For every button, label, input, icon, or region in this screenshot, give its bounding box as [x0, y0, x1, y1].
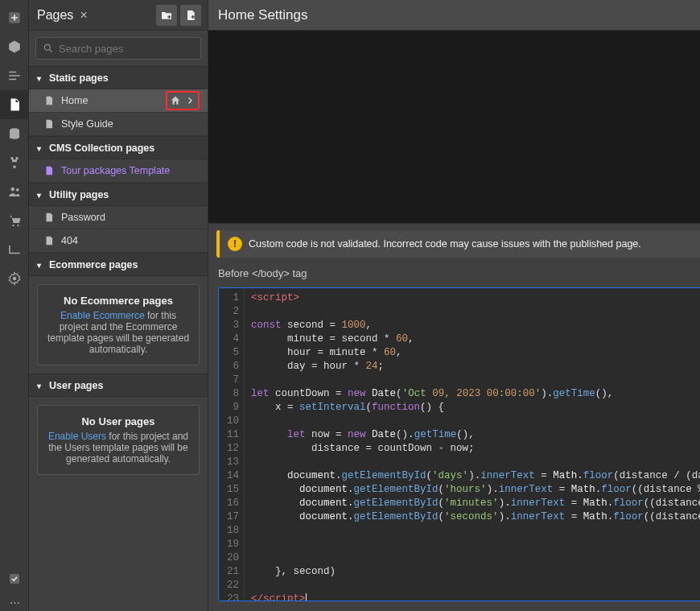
svg-point-8	[13, 277, 17, 281]
page-item-404[interactable]: 404	[29, 229, 208, 253]
preview-area	[208, 31, 700, 224]
settings-icon[interactable]	[0, 264, 29, 293]
warning-icon: !	[228, 237, 242, 251]
panel-title: Pages	[37, 8, 73, 23]
settings-title: Home Settings	[218, 7, 700, 23]
search-field[interactable]	[59, 43, 194, 55]
left-rail: ⋯	[0, 0, 29, 611]
page-item-style-guide[interactable]: Style Guide	[29, 113, 208, 136]
cms-icon[interactable]	[0, 119, 29, 148]
svg-rect-7	[10, 244, 22, 253]
page-icon	[43, 95, 55, 106]
enable-ecommerce-link[interactable]: Enable Ecommerce	[60, 310, 145, 321]
svg-point-3	[16, 188, 19, 192]
new-folder-button[interactable]	[156, 5, 177, 26]
enable-users-link[interactable]: Enable Users	[48, 431, 106, 442]
assets-icon[interactable]	[0, 235, 29, 264]
section-utility[interactable]: Utility pages	[29, 183, 208, 206]
logic-icon[interactable]	[0, 148, 29, 177]
settings-panel: Home Settings Close Save ! Custom code i…	[208, 0, 700, 611]
section-cms[interactable]: CMS Collection pages	[29, 136, 208, 159]
navigator-icon[interactable]	[0, 61, 29, 90]
section-static[interactable]: Static pages	[29, 66, 208, 89]
components-icon[interactable]	[0, 32, 29, 61]
new-page-button[interactable]	[180, 5, 201, 26]
section-user[interactable]: User pages	[29, 374, 208, 397]
line-gutter: 1234567891011121314151617181920212223	[219, 288, 245, 601]
page-item-password[interactable]: Password	[29, 206, 208, 229]
add-element-icon[interactable]	[0, 3, 29, 32]
page-icon	[43, 212, 55, 223]
page-item-home[interactable]: Home	[29, 89, 208, 113]
search-icon	[43, 43, 54, 54]
page-item-tour-template[interactable]: Tour packages Template	[29, 159, 208, 183]
pages-panel: Pages × Static pages Home St	[29, 0, 208, 611]
highlighted-controls	[166, 91, 200, 110]
code-section-label: Before </body> tag	[208, 264, 700, 283]
help-icon[interactable]: ⋯	[0, 593, 29, 611]
svg-point-10	[44, 44, 50, 50]
ecommerce-empty: No Ecommerce pages Enable Ecommerce for …	[37, 284, 200, 365]
close-icon[interactable]: ×	[80, 8, 87, 23]
svg-point-5	[17, 225, 19, 226]
page-icon	[43, 235, 55, 246]
svg-rect-9	[10, 574, 19, 584]
svg-point-4	[12, 225, 14, 226]
users-icon[interactable]	[0, 177, 29, 206]
template-icon	[43, 165, 55, 176]
pages-icon[interactable]	[0, 90, 29, 119]
warning-banner: ! Custom code is not validated. Incorrec…	[216, 230, 700, 258]
page-icon	[43, 118, 55, 130]
svg-point-2	[11, 188, 15, 192]
code-source[interactable]: <script> const second = 1000, minute = s…	[245, 288, 700, 601]
section-ecommerce[interactable]: Ecommerce pages	[29, 253, 208, 276]
home-icon	[169, 94, 182, 107]
audit-icon[interactable]	[0, 564, 29, 593]
ecommerce-icon[interactable]	[0, 206, 29, 235]
search-input[interactable]	[35, 37, 201, 60]
code-editor[interactable]: 1234567891011121314151617181920212223 <s…	[218, 287, 700, 601]
chevron-right-icon[interactable]	[183, 94, 196, 107]
users-empty: No User pages Enable Users for this proj…	[37, 405, 200, 475]
